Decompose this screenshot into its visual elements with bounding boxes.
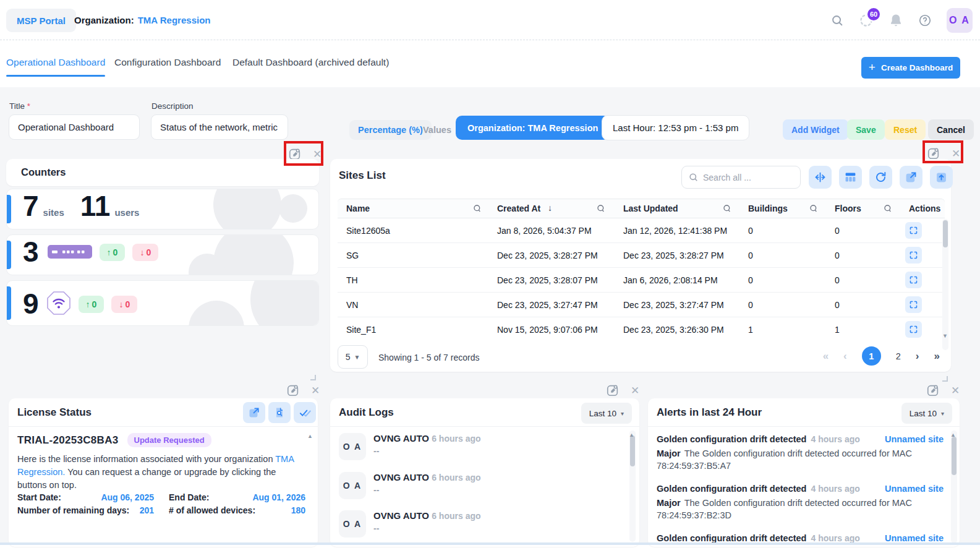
- toggle-values[interactable]: Values: [423, 125, 451, 135]
- audit-scrollbar[interactable]: [629, 431, 636, 542]
- expand-site-button[interactable]: [905, 272, 922, 288]
- edit-widget-icon[interactable]: [926, 384, 940, 397]
- table-row[interactable]: TH Dec 23, 2025, 3:28:07 PM Jan 6, 2026,…: [338, 268, 945, 293]
- remove-widget-icon[interactable]: ✕: [952, 148, 960, 159]
- col-header-floors[interactable]: Floors: [835, 204, 861, 213]
- org-name-link[interactable]: TMA Regression: [138, 15, 211, 25]
- col-header-name[interactable]: Name: [346, 204, 370, 213]
- filter-buildings-icon[interactable]: [809, 204, 819, 213]
- edit-widget-icon[interactable]: [286, 384, 300, 397]
- horizontal-scrollbar-track[interactable]: [0, 542, 980, 545]
- search-icon[interactable]: [830, 14, 844, 27]
- sync-spinner-icon[interactable]: 60: [859, 13, 874, 28]
- counter-card-sites-users[interactable]: 7 sites 11 users: [6, 189, 319, 229]
- page-1-button[interactable]: 1: [862, 346, 881, 366]
- counter-card-switches[interactable]: 3 ↑0 ↓0: [6, 234, 319, 275]
- license-description: Here is the license information associat…: [17, 453, 303, 492]
- open-external-button[interactable]: [900, 166, 922, 189]
- alert-site-link[interactable]: Unnamed site: [885, 484, 944, 494]
- filter-name-icon[interactable]: [472, 204, 482, 213]
- tab-default-dashboard[interactable]: Default Dashboard (archived default): [232, 57, 389, 68]
- expand-site-button[interactable]: [905, 222, 922, 239]
- alert-site-link[interactable]: Unnamed site: [885, 533, 944, 543]
- title-input[interactable]: [9, 114, 140, 140]
- create-dashboard-button[interactable]: + Create Dashboard: [861, 57, 960, 79]
- expand-site-button[interactable]: [905, 321, 922, 338]
- sites-resize-handle[interactable]: [942, 376, 948, 382]
- toggle-percentage[interactable]: Percentage (%): [349, 120, 432, 140]
- help-icon[interactable]: [918, 14, 932, 27]
- tab-configuration-dashboard[interactable]: Configuration Dashboard: [114, 57, 221, 68]
- time-range-button[interactable]: Last Hour: 12:53 pm - 1:53 pm: [602, 115, 749, 140]
- save-button[interactable]: Save: [847, 119, 885, 140]
- edit-widget-icon[interactable]: [927, 147, 940, 160]
- col-header-updated[interactable]: Last Updated: [623, 204, 678, 213]
- scrollbar-thumb[interactable]: [943, 220, 948, 247]
- scroll-down-arrow[interactable]: ▼: [942, 333, 948, 339]
- alert-entry[interactable]: Golden configuration drift detected 4 ho…: [657, 484, 944, 521]
- alerts-scrollbar[interactable]: [951, 431, 957, 543]
- sites-search-input[interactable]: [703, 173, 794, 182]
- license-approve-button[interactable]: [294, 402, 316, 423]
- counter-card-access-points[interactable]: 9 ↑0 ↓0: [6, 280, 319, 326]
- scroll-up-arrow[interactable]: ▲: [950, 432, 956, 438]
- scrollbar-thumb[interactable]: [630, 435, 635, 466]
- remove-widget-icon[interactable]: ✕: [311, 385, 320, 396]
- table-row[interactable]: Site_F1 Nov 15, 2025, 9:07:06 PM Dec 23,…: [338, 317, 945, 342]
- add-widget-button[interactable]: Add Widget: [783, 119, 848, 140]
- expand-site-button[interactable]: [905, 247, 922, 264]
- col-header-created[interactable]: Created At: [497, 204, 540, 213]
- audit-filter-button[interactable]: Last 10▾: [581, 403, 632, 424]
- tab-operational-dashboard[interactable]: Operational Dashboard: [6, 57, 105, 68]
- table-row[interactable]: SG Dec 23, 2025, 3:28:27 PM Dec 23, 2025…: [338, 243, 945, 268]
- scroll-up-arrow[interactable]: ▲: [307, 433, 313, 439]
- fit-width-icon: [814, 171, 827, 184]
- scroll-up-arrow[interactable]: ▲: [629, 432, 634, 438]
- counters-resize-handle[interactable]: [310, 375, 316, 380]
- column-settings-button[interactable]: [839, 166, 862, 189]
- table-row[interactable]: VN Dec 23, 2025, 3:27:47 PM Dec 23, 2025…: [338, 293, 945, 317]
- fit-columns-button[interactable]: [809, 166, 832, 189]
- cancel-button[interactable]: Cancel: [928, 119, 974, 140]
- page-2-button[interactable]: 2: [896, 351, 901, 361]
- audit-detail: --: [373, 485, 379, 495]
- user-avatar[interactable]: O A: [947, 8, 973, 33]
- license-open-button[interactable]: [243, 402, 265, 423]
- alert-site-link[interactable]: Unnamed site: [885, 434, 944, 444]
- prev-page-button[interactable]: ‹: [843, 350, 847, 362]
- remaining-days-value: 201: [140, 505, 154, 515]
- next-page-button[interactable]: ›: [916, 350, 919, 362]
- audit-log-entry[interactable]: O A OVNG AUTO 6 hours ago --: [339, 433, 621, 464]
- alert-entry[interactable]: Golden configuration drift detected 4 ho…: [657, 533, 944, 543]
- refresh-button[interactable]: [869, 166, 892, 189]
- first-page-button[interactable]: «: [823, 350, 829, 362]
- filter-created-icon[interactable]: [596, 204, 606, 213]
- table-row[interactable]: Site12605a Jan 8, 2026, 5:04:37 PM Jan 1…: [338, 218, 945, 243]
- bell-icon[interactable]: [888, 13, 903, 28]
- edit-widget-icon[interactable]: [606, 384, 620, 397]
- reset-button[interactable]: Reset: [885, 119, 926, 140]
- remove-widget-icon[interactable]: ✕: [313, 149, 322, 160]
- expand-site-button[interactable]: [905, 296, 922, 313]
- alerts-filter-button[interactable]: Last 10▾: [901, 403, 952, 424]
- brand-badge[interactable]: MSP Portal: [6, 9, 76, 32]
- description-input[interactable]: [151, 114, 288, 140]
- page-size-select[interactable]: 5 ▼: [338, 345, 368, 369]
- organization-filter-button[interactable]: Organization: TMA Regression: [456, 116, 610, 140]
- table-scrollbar[interactable]: [942, 219, 948, 350]
- audit-log-entry[interactable]: O A OVNG AUTO 6 hours ago --: [339, 472, 621, 503]
- remove-widget-icon[interactable]: ✕: [631, 385, 639, 396]
- sort-desc-icon[interactable]: ↓: [548, 203, 552, 213]
- sites-count-label: sites: [43, 207, 64, 218]
- remove-widget-icon[interactable]: ✕: [951, 385, 960, 396]
- filter-floors-icon[interactable]: [883, 204, 893, 213]
- last-page-button[interactable]: »: [934, 350, 940, 362]
- audit-log-entry[interactable]: O A OVNG AUTO 6 hours ago --: [339, 510, 621, 541]
- scrollbar-thumb[interactable]: [952, 437, 957, 475]
- license-review-button[interactable]: [268, 402, 291, 423]
- columns-icon: [844, 171, 857, 184]
- alert-entry[interactable]: Golden configuration drift detected 4 ho…: [657, 434, 944, 472]
- col-header-buildings[interactable]: Buildings: [748, 204, 788, 213]
- export-button[interactable]: [930, 166, 953, 189]
- filter-updated-icon[interactable]: [722, 204, 732, 213]
